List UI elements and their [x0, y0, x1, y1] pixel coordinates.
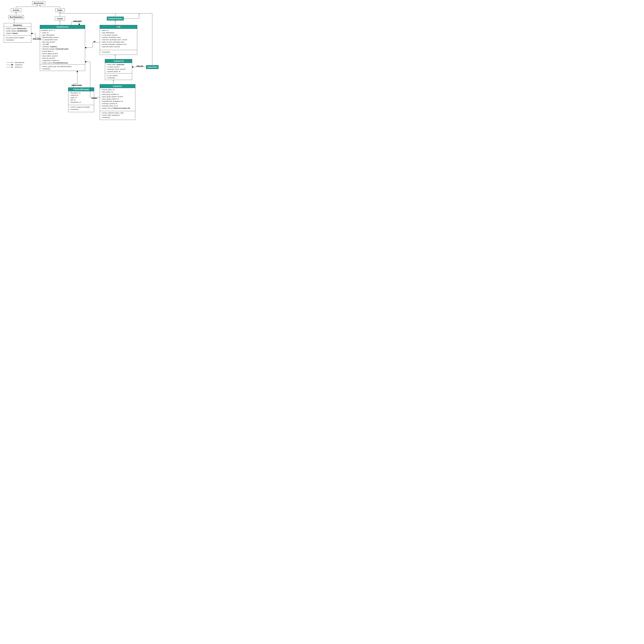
svg-text:+ hill: str: + hill: str — [69, 99, 75, 101]
class-activity: Activity — [11, 8, 21, 12]
svg-text:+ positions: np.float64, meter: + positions: np.float64, meter — [101, 36, 121, 38]
class-symmetry: Symmetry + bravais_lattice: str + hall_s… — [100, 84, 135, 120]
svg-text:+ equivalent_atoms: np.int32: + equivalent_atoms: np.int32 — [106, 68, 126, 70]
svg-text:+ space_group_symbol: str: + space_group_symbol: str — [101, 98, 119, 100]
class-system: System — [55, 17, 65, 20]
svg-text:normalizer_level = 0: normalizer_level = 0 — [41, 29, 55, 31]
svg-text:+ atomic_cell_ref: Reference(A: + atomic_cell_ref: Reference(AtomicCell) — [101, 107, 130, 109]
svg-text:model_system: model_system — [73, 20, 82, 22]
class-modelsystem: ModelSystem normalizer_level = 0 + name:… — [40, 25, 85, 71]
class-atomiccell: AtomicCell + atoms_state: AtomsState + n… — [105, 59, 132, 80]
svg-text:+ time_step: np.int32: + time_step: np.int32 — [41, 41, 55, 43]
svg-text:chemical_formula: chemical_formula — [71, 84, 82, 86]
svg-text:+ resolve_chemical_formula(): + resolve_chemical_formula() — [69, 106, 90, 108]
svg-text:+ anonymous: str: + anonymous: str — [69, 101, 81, 103]
svg-text:+ model_method: ModelMethod: + model_method: ModelMethod — [5, 30, 27, 32]
svg-text:BaseSimulation: BaseSimulation — [10, 16, 23, 18]
class-atomsstate: AtomsState — [146, 65, 158, 69]
svg-text:+ space_group_number: np.int32: + space_group_number: np.int32 — [101, 96, 123, 98]
svg-text:atoms_state: atoms_state — [137, 65, 143, 67]
svg-text:AtomicCell: AtomicCell — [113, 60, 124, 62]
svg-text:+ iupac: str: + iupac: str — [69, 96, 77, 98]
svg-text:+ hall_symbol: str: + hall_symbol: str — [101, 91, 113, 93]
svg-text:+ composition_formula: str: + composition_formula: str — [41, 60, 59, 61]
svg-text:inheriting from: inheriting from — [15, 62, 24, 63]
class-entity: Entity — [55, 8, 64, 12]
svg-text:+ to_ase_atoms(): + to_ase_atoms() — [106, 74, 118, 76]
class-basesection: BaseSection — [32, 1, 45, 5]
svg-text:+ branch_depth: np.int32: + branch_depth: np.int32 — [41, 53, 58, 54]
svg-text:AtomsState: AtomsState — [147, 66, 157, 68]
svg-text:+ prototype_formula: str: + prototype_formula: str — [101, 103, 117, 104]
svg-text:+ name: str: + name: str — [101, 29, 108, 31]
svg-text:+ strukturbericht_designation:: + strukturbericht_designation: str — [101, 100, 123, 102]
svg-text:+ descriptive: str: + descriptive: str — [69, 92, 81, 94]
svg-text:+ normalize(): + normalize() — [41, 68, 50, 70]
svg-text:+ point_group_symbol: str: + point_group_symbol: str — [101, 93, 119, 95]
svg-text:+ bond_list: np.int32: + bond_list: np.int32 — [41, 57, 55, 59]
svg-text:reference to: reference to — [15, 66, 22, 68]
svg-text:+ atoms_state: AtomsState: + atoms_state: AtomsState — [106, 63, 124, 65]
svg-text:+ resolve_bulk_symmetry(): + resolve_bulk_symmetry() — [101, 114, 120, 116]
svg-text:+ name: str: + name: str — [41, 32, 49, 34]
svg-text:+ velocities: np.float64, mete: + velocities: np.float64, meter / second — [101, 39, 127, 41]
svg-text:+ type: MEnum(str): + type: MEnum(str) — [101, 32, 114, 34]
svg-text:Activity: Activity — [13, 9, 19, 11]
svg-text:+ atom_indices: np.int32: + atom_indices: np.int32 — [41, 55, 58, 57]
svg-text:model_system: model_system — [33, 38, 41, 40]
svg-text:+ wyckoff_letters: str: + wyckoff_letters: str — [106, 70, 120, 72]
legend: inheriting from contained in reference t… — [6, 62, 24, 68]
class-cell: Cell + name: str + type: MEnum(str) + n_… — [100, 25, 137, 55]
svg-text:contained in: contained in — [15, 64, 22, 66]
class-geometricspace: GeometricSpace — [107, 17, 124, 20]
svg-text:System: System — [57, 18, 63, 20]
svg-text:+ prototype_aflow_id: str: + prototype_aflow_id: str — [101, 105, 118, 107]
svg-text:Cell: Cell — [117, 26, 120, 28]
svg-text:+ n_atoms: np.int32: + n_atoms: np.int32 — [106, 66, 119, 68]
svg-text:+ symmetry: Symmetry: + symmetry: Symmetry — [41, 46, 57, 48]
svg-text:+ normalize(): + normalize() — [69, 108, 78, 110]
svg-text:ModelSystem: ModelSystem — [57, 26, 69, 28]
svg-text:+ n_cell_points: np.int32: + n_cell_points: np.int32 — [101, 34, 118, 36]
svg-text:Entity: Entity — [57, 9, 63, 11]
svg-text:+ model_system: Proxy(ModelSys: + model_system: Proxy(ModelSystem) — [41, 62, 68, 64]
svg-text:+ model_system: ModelSystem: + model_system: ModelSystem — [5, 28, 27, 29]
svg-text:+ lattice_vectors: np.float64,: + lattice_vectors: np.float64, meter — [101, 41, 124, 43]
svg-text:+ cell: Cell: + cell: Cell — [41, 43, 49, 45]
svg-text:+ normalize(): + normalize() — [106, 77, 115, 79]
svg-text:+ normalize(): + normalize() — [101, 116, 110, 118]
svg-text:+ resolve_analyzed_atomic_cell: + resolve_analyzed_atomic_cell() — [101, 112, 124, 114]
svg-text:+ bravais_lattice: str: + bravais_lattice: str — [101, 89, 115, 91]
svg-text:GeometricSpace: GeometricSpace — [108, 17, 122, 20]
class-basesimulation: BaseSimulation — [8, 15, 24, 19]
svg-text:+ chemical_formula: ChemicalFo: + chemical_formula: ChemicalFormula — [41, 48, 69, 50]
svg-text:BaseSection: BaseSection — [34, 2, 44, 4]
svg-text:+ supercell_matrix: np.int32: + supercell_matrix: np.int32 — [101, 46, 120, 48]
svg-text:symmetry: symmetry — [91, 97, 97, 99]
svg-text:cell: cell — [93, 41, 95, 42]
svg-text:+ outputs: Outputs: + outputs: Outputs — [5, 32, 18, 34]
svg-text:+ resolve_system_type_and_dime: + resolve_system_type_and_dimensionality… — [41, 65, 71, 67]
svg-text:Symmetry: Symmetry — [113, 85, 122, 87]
svg-text:+ branch_label: str: + branch_label: str — [41, 50, 54, 52]
class-simulation: Simulation + model_system: ModelSystem +… — [4, 23, 31, 43]
svg-text:+ is_representative: bool: + is_representative: bool — [41, 39, 58, 41]
svg-text:Simulation: Simulation — [13, 24, 22, 26]
svg-text:- set_system_branch_depth(): - set_system_branch_depth() — [5, 37, 24, 39]
svg-text:+ dimensionality: np.int32: + dimensionality: np.int32 — [41, 36, 59, 38]
svg-text:+ periodic_boundary_conditions: + periodic_boundary_conditions: bool — [101, 43, 127, 45]
svg-text:+ type: MEnum(str): + type: MEnum(str) — [41, 34, 54, 36]
svg-text:+ normalize(): + normalize() — [5, 39, 14, 41]
svg-text:+ reduced: str: + reduced: str — [69, 94, 79, 96]
svg-text:ChemicalFormula: ChemicalFormula — [73, 88, 89, 90]
svg-text:+ normalize(): + normalize() — [101, 51, 110, 53]
